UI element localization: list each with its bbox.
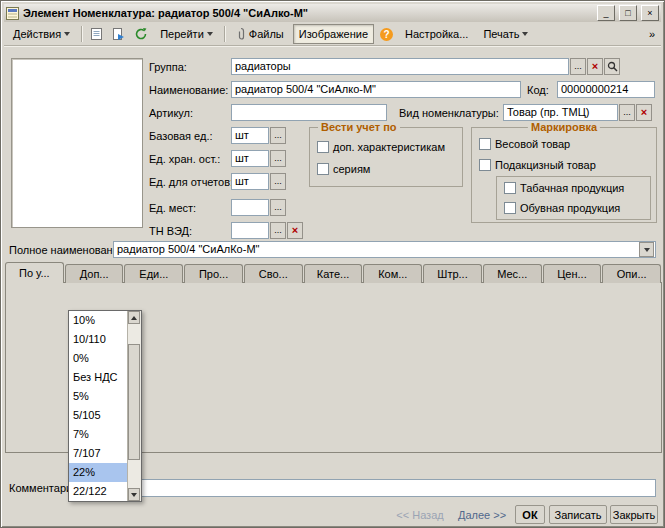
full-name-input[interactable]: радиатор 500/4 "СиАлКо-М" — [113, 241, 656, 258]
refresh-button[interactable] — [131, 24, 151, 44]
comment-input[interactable] — [89, 479, 656, 497]
checkbox-tobacco-products-label: Табачная продукция — [520, 182, 624, 194]
checkbox-weight-goods[interactable] — [479, 138, 491, 150]
tnved-input[interactable] — [231, 222, 269, 239]
dropdown-scrollbar[interactable] — [127, 311, 141, 501]
files-button[interactable]: Файлы — [230, 24, 290, 44]
help-button[interactable]: ? — [377, 24, 396, 44]
tab-kom[interactable]: Ком... — [363, 264, 422, 283]
tab-svo[interactable]: Сво... — [244, 264, 303, 283]
code-label: Код: — [527, 84, 549, 96]
tab-cen[interactable]: Цен... — [543, 264, 602, 283]
reread-button[interactable] — [109, 24, 128, 44]
go-button[interactable]: Перейти — [154, 24, 219, 44]
scroll-down-button[interactable] — [128, 488, 140, 501]
vat-option[interactable]: 5% — [69, 387, 127, 406]
stock-unit-label: Ед. хран. ост.: — [149, 153, 220, 165]
document-button[interactable] — [87, 24, 106, 44]
places-unit-input[interactable] — [231, 199, 269, 216]
vat-option[interactable]: 7% — [69, 425, 127, 444]
checkbox-excise-goods-label: Подакцизный товар — [495, 159, 596, 171]
overflow-chevron-icon: » — [649, 28, 655, 40]
checkbox-shoe-products-label: Обувная продукция — [520, 202, 620, 214]
vat-option[interactable]: 0% — [69, 349, 127, 368]
document-icon — [90, 27, 103, 41]
tnved-label: ТН ВЭД: — [149, 225, 192, 237]
checkbox-shoe-products[interactable] — [504, 202, 516, 214]
tab-kate[interactable]: Кате... — [304, 264, 363, 283]
report-unit-input[interactable]: шт — [231, 173, 269, 190]
triangle-down-icon — [131, 493, 137, 497]
kind-clear-button[interactable]: × — [636, 104, 652, 121]
tab-shtr[interactable]: Штр... — [423, 264, 482, 283]
files-label: Файлы — [249, 28, 284, 40]
code-input[interactable]: 00000000214 — [557, 81, 655, 98]
vat-option[interactable]: 10% — [69, 311, 127, 330]
tab-pro[interactable]: Про... — [184, 264, 243, 283]
kind-select-button[interactable]: ... — [619, 104, 635, 121]
accounting-groupbox-title: Вести учет по — [318, 121, 400, 133]
vat-option[interactable]: 5/105 — [69, 406, 127, 425]
checkbox-series[interactable] — [317, 163, 329, 175]
kind-input[interactable]: Товар (пр. ТМЦ) — [503, 104, 618, 121]
caret-down-icon — [522, 32, 528, 36]
settings-button[interactable]: Настройка... — [399, 24, 474, 44]
paperclip-icon — [236, 27, 246, 41]
checkbox-extra-characteristics-label: доп. характеристикам — [333, 141, 445, 153]
maximize-button[interactable]: □ — [619, 5, 637, 21]
checkbox-tobacco-products[interactable] — [504, 182, 516, 194]
name-label: Наименование: — [149, 84, 228, 96]
close-button[interactable]: × — [641, 5, 659, 21]
checkbox-weight-goods-label: Весовой товар — [495, 138, 570, 150]
name-input[interactable]: радиатор 500/4 "СиАлко-М" — [231, 81, 521, 98]
checkbox-excise-goods[interactable] — [479, 159, 491, 171]
tnved-select-button[interactable]: ... — [270, 222, 286, 239]
group-select-button[interactable]: ... — [570, 58, 586, 75]
group-input[interactable]: радиаторы — [231, 58, 569, 75]
close-window-button[interactable]: Закрыть — [610, 505, 658, 524]
tab-mes[interactable]: Мес... — [483, 264, 542, 283]
window-title: Элемент Номенклатура: радиатор 500/4 "Си… — [23, 7, 593, 19]
vat-option[interactable]: 10/110 — [69, 330, 127, 349]
report-unit-select-button[interactable]: ... — [270, 173, 286, 190]
actions-button[interactable]: Действия — [7, 24, 76, 44]
print-button[interactable]: Печать — [477, 24, 534, 44]
vat-option[interactable]: 7/107 — [69, 444, 127, 463]
scroll-up-button[interactable] — [128, 311, 140, 324]
refresh-icon — [134, 27, 148, 41]
scroll-thumb[interactable] — [128, 344, 140, 460]
marking-groupbox-title: Маркировка — [528, 121, 600, 133]
group-clear-button[interactable]: × — [587, 58, 603, 75]
vat-option[interactable]: 22/122 — [69, 482, 127, 501]
base-unit-input[interactable]: шт — [231, 127, 269, 144]
article-input[interactable] — [231, 104, 387, 121]
checkbox-extra-characteristics[interactable] — [317, 141, 329, 153]
vat-option[interactable]: Без НДС — [69, 368, 127, 387]
next-button[interactable]: Далее >> — [453, 505, 511, 524]
back-button[interactable]: << Назад — [391, 505, 449, 524]
stock-unit-select-button[interactable]: ... — [270, 150, 286, 167]
reread-icon — [112, 27, 125, 41]
ok-button[interactable]: ОК — [515, 505, 545, 524]
title-bar: Элемент Номенклатура: радиатор 500/4 "Си… — [4, 4, 661, 22]
vat-option-selected[interactable]: 22% — [69, 463, 127, 482]
element-window: Элемент Номенклатура: радиатор 500/4 "Си… — [0, 0, 665, 528]
tab-opi[interactable]: Опи... — [602, 264, 661, 283]
toolbar-separator — [81, 26, 82, 42]
toolbar-overflow-button[interactable]: » — [646, 24, 658, 44]
places-unit-select-button[interactable]: ... — [270, 199, 286, 216]
tab-dop[interactable]: Доп... — [65, 264, 124, 283]
stock-unit-input[interactable]: шт — [231, 150, 269, 167]
item-picture-field[interactable] — [11, 58, 143, 228]
base-unit-select-button[interactable]: ... — [270, 127, 286, 144]
save-button[interactable]: Записать — [549, 505, 607, 524]
toolbar: Действия Перейти Файлы — [4, 23, 661, 46]
full-name-dropdown-button[interactable] — [639, 242, 654, 257]
minimize-button[interactable]: _ — [597, 5, 615, 21]
group-open-button[interactable] — [604, 58, 620, 75]
tab-edi[interactable]: Еди... — [124, 264, 183, 283]
tnved-clear-button[interactable]: × — [287, 222, 303, 239]
caret-down-icon — [207, 32, 213, 36]
image-button[interactable]: Изображение — [293, 24, 374, 44]
tab-po-u[interactable]: По у... — [5, 262, 64, 283]
